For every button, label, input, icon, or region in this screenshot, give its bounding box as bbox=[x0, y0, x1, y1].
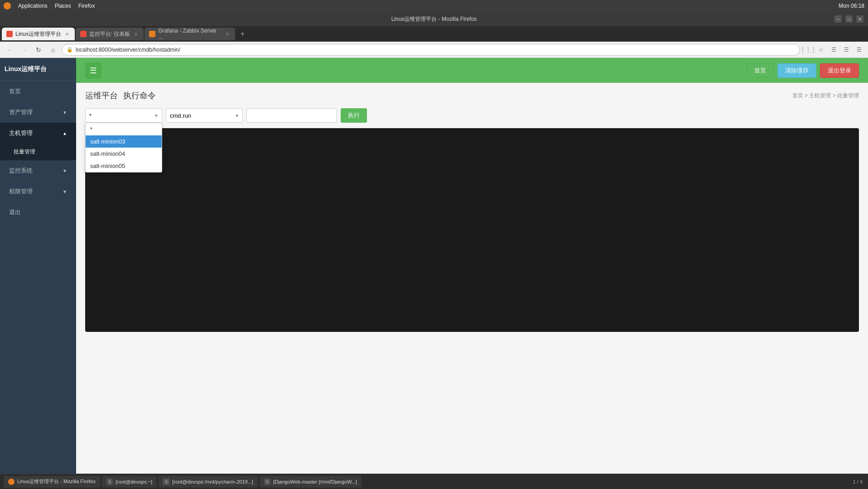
sidebar-item-logout[interactable]: 退出 bbox=[0, 202, 76, 223]
page-title-area: 运维平台 执行命令 bbox=[85, 90, 156, 101]
sidebar-item-batch[interactable]: 批量管理 bbox=[0, 144, 76, 160]
reader-mode-icon[interactable]: ⋮⋮⋮ bbox=[803, 44, 814, 55]
taskbar-item-terminal2[interactable]: $ [root@devops:/mnt/pycharm-2019...] bbox=[159, 476, 258, 488]
reload-button[interactable]: ↻ bbox=[33, 44, 44, 56]
command-type-select[interactable]: cmd.run bbox=[166, 108, 243, 123]
page-header: 运维平台 执行命令 首页 > 主机管理 > 此量管理 bbox=[85, 90, 859, 101]
taskbar-item-terminal1[interactable]: $ [root@devops:~] bbox=[102, 476, 157, 488]
close-button[interactable]: ✕ bbox=[856, 15, 863, 23]
os-firefox[interactable]: Firefox bbox=[78, 3, 95, 9]
browser-content: Linux运维平台 首页 资产管理 ▼ 主机管理 ▲ 批量管理 监控系统 ▼ 权… bbox=[0, 58, 868, 474]
taskbar-browser-label: Linux运维管理平台 - Mozilla Firefox bbox=[17, 478, 96, 485]
taskbar-item-browser[interactable]: Linux运维管理平台 - Mozilla Firefox bbox=[4, 476, 100, 488]
command-form: ▼ * salt-minion03 salt-minion04 salt-min… bbox=[85, 108, 859, 123]
header-buttons: 首页 清除缓存 退出登录 bbox=[747, 63, 859, 78]
command-input[interactable] bbox=[246, 108, 337, 123]
home-button[interactable]: ⌂ bbox=[47, 44, 59, 56]
taskbar-browser-icon bbox=[8, 479, 14, 485]
url-text: localhost:8000/webserver/cmdb/hostadmin/ bbox=[76, 47, 795, 53]
sidebar-toggle-icon[interactable]: ☰ bbox=[828, 44, 839, 55]
sidebar-item-monitor[interactable]: 监控系统 ▼ bbox=[0, 160, 76, 181]
taskbar-terminal1-icon: $ bbox=[106, 479, 113, 485]
sidebar-item-perms-label: 权限管理 bbox=[9, 187, 33, 196]
os-taskbar: Linux运维管理平台 - Mozilla Firefox $ [root@de… bbox=[0, 474, 868, 489]
host-select-input[interactable] bbox=[85, 108, 162, 123]
sidebar-item-home[interactable]: 首页 bbox=[0, 81, 76, 102]
sidebar-item-monitor-label: 监控系统 bbox=[9, 167, 33, 175]
tab-label-linux: Linux运维管理平台 bbox=[15, 30, 61, 38]
maximize-button[interactable]: □ bbox=[845, 15, 853, 23]
tab-close-monitor[interactable]: ✕ bbox=[133, 31, 139, 37]
sidebar-item-hosts[interactable]: 主机管理 ▲ bbox=[0, 123, 76, 144]
os-topbar-right: Mon 06:18 bbox=[839, 3, 864, 9]
home-nav-button[interactable]: 首页 bbox=[747, 63, 774, 78]
dropdown-item-minion05[interactable]: salt-minion05 bbox=[86, 160, 162, 172]
tab-label-grafana: Grafana - Zabbix Server ... bbox=[158, 28, 222, 40]
hamburger-button[interactable]: ☰ bbox=[85, 62, 101, 79]
lock-icon: 🔒 bbox=[67, 47, 73, 53]
host-select-wrapper: ▼ * salt-minion03 salt-minion04 salt-min… bbox=[85, 108, 162, 123]
cmd-type-wrapper: cmd.run ▼ bbox=[166, 108, 243, 123]
tab-favicon-linux bbox=[6, 31, 13, 37]
sidebar-item-perms[interactable]: 权限管理 ▼ bbox=[0, 181, 76, 202]
terminal-output bbox=[85, 128, 859, 332]
minimize-button[interactable]: ─ bbox=[834, 15, 842, 23]
tabs-bar: Linux运维管理平台 ✕ 监控平台: 仪表板 ✕ Grafana - Zabb… bbox=[0, 26, 868, 42]
menu-icon[interactable]: ☰ bbox=[854, 44, 864, 55]
logout-button[interactable]: 退出登录 bbox=[820, 63, 859, 78]
taskbar-terminal3-label: [DjangoWeb-master [/mnt/DjangoW...] bbox=[273, 479, 357, 484]
taskbar-terminal1-label: [root@devops:~] bbox=[116, 479, 152, 484]
sidebar-item-perms-arrow: ▼ bbox=[63, 189, 67, 194]
bookmark-icon[interactable]: ☆ bbox=[815, 44, 826, 55]
dropdown-item-minion03[interactable]: salt-minion03 bbox=[86, 135, 162, 148]
browser-title: Linux运维管理平台 - Mozilla Firefox bbox=[391, 15, 477, 23]
taskbar-terminal2-label: [root@devops:/mnt/pycharm-2019...] bbox=[172, 479, 253, 484]
page-content: 运维平台 执行命令 首页 > 主机管理 > 此量管理 ▼ * salt-mini… bbox=[76, 83, 868, 474]
tab-label-monitor: 监控平台: 仪表板 bbox=[89, 30, 130, 38]
browser-chrome: Linux运维管理平台 - Mozilla Firefox ─ □ ✕ Linu… bbox=[0, 12, 868, 58]
tab-close-linux[interactable]: ✕ bbox=[64, 31, 70, 37]
page-subtitle: 执行命令 bbox=[123, 90, 156, 101]
sidebar-item-batch-label: 批量管理 bbox=[14, 148, 35, 156]
tab-linux[interactable]: Linux运维管理平台 ✕ bbox=[2, 28, 75, 40]
sidebar-item-assets-label: 资产管理 bbox=[9, 108, 33, 116]
dropdown-item-minion04[interactable]: salt-minion04 bbox=[86, 148, 162, 160]
taskbar-terminal2-icon: $ bbox=[163, 479, 169, 485]
os-time: Mon 06:18 bbox=[839, 3, 864, 9]
sidebar-logo: Linux运维平台 bbox=[0, 58, 76, 81]
forward-button[interactable]: → bbox=[18, 44, 30, 56]
new-tab-button[interactable]: + bbox=[236, 28, 249, 40]
clear-cache-button[interactable]: 清除缓存 bbox=[777, 63, 816, 78]
exec-button[interactable]: 执行 bbox=[341, 108, 367, 123]
os-applications[interactable]: Applications bbox=[18, 3, 48, 9]
os-places[interactable]: Places bbox=[55, 3, 71, 9]
taskbar-terminal3-icon: $ bbox=[264, 479, 270, 485]
os-topbar: Applications Places Firefox Mon 06:18 bbox=[0, 0, 868, 12]
hamburger-icon: ☰ bbox=[90, 66, 97, 76]
tab-grafana[interactable]: Grafana - Zabbix Server ... ✕ bbox=[145, 28, 235, 40]
os-logo bbox=[4, 2, 11, 10]
overflow-menu-icon[interactable]: ☰ bbox=[841, 44, 852, 55]
nav-bar: ← → ↻ ⌂ 🔒 localhost:8000/webserver/cmdb/… bbox=[0, 42, 868, 58]
host-dropdown-overlay: * salt-minion03 salt-minion04 salt-minio… bbox=[85, 123, 162, 173]
tab-close-grafana[interactable]: ✕ bbox=[224, 31, 231, 37]
back-button[interactable]: ← bbox=[4, 44, 15, 56]
nav-extras: ⋮⋮⋮ ☆ ☰ ☰ ☰ bbox=[803, 44, 864, 55]
taskbar-item-terminal3[interactable]: $ [DjangoWeb-master [/mnt/DjangoW...] bbox=[260, 476, 362, 488]
breadcrumb: 首页 > 主机管理 > 此量管理 bbox=[792, 92, 859, 100]
sidebar-item-monitor-arrow: ▼ bbox=[63, 168, 67, 173]
sidebar-item-hosts-label: 主机管理 bbox=[9, 129, 33, 137]
tab-favicon-grafana bbox=[149, 31, 155, 37]
sidebar-item-assets-arrow: ▼ bbox=[63, 110, 67, 115]
os-topbar-left: Applications Places Firefox bbox=[4, 2, 95, 10]
dropdown-item-all[interactable]: * bbox=[86, 123, 162, 135]
app-header: ☰ 首页 清除缓存 退出登录 bbox=[76, 58, 868, 83]
url-bar[interactable]: 🔒 localhost:8000/webserver/cmdb/hostadmi… bbox=[62, 44, 800, 56]
taskbar-page-count: 1 / 4 bbox=[853, 479, 864, 484]
browser-titlebar: Linux运维管理平台 - Mozilla Firefox ─ □ ✕ bbox=[0, 12, 868, 26]
tab-favicon-monitor bbox=[80, 31, 87, 37]
sidebar-item-assets[interactable]: 资产管理 ▼ bbox=[0, 102, 76, 123]
win-controls[interactable]: ─ □ ✕ bbox=[834, 15, 863, 23]
tab-monitor[interactable]: 监控平台: 仪表板 ✕ bbox=[76, 28, 144, 40]
sidebar-item-logout-label: 退出 bbox=[9, 208, 21, 216]
